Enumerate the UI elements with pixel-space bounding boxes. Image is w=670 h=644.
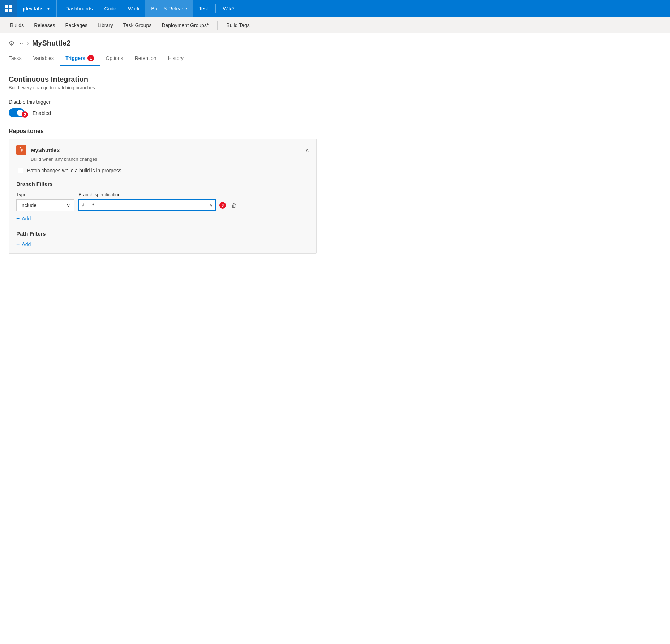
toggle-state-label: Enabled (33, 110, 51, 116)
nav-work[interactable]: Work (122, 0, 145, 17)
breadcrumb-dots[interactable]: ··· (17, 40, 24, 47)
svg-rect-2 (5, 9, 8, 12)
add-branch-plus-icon: + (16, 215, 20, 222)
repositories-title: Repositories (9, 128, 317, 134)
repo-name: MyShuttle2 (31, 147, 301, 153)
repo-header: MyShuttle2 ∧ (16, 145, 309, 155)
branch-filter-delete-button[interactable]: 🗑 (228, 199, 240, 211)
branch-filters-section: Branch Filters Type Include ∨ Branch spe… (16, 181, 309, 222)
svg-rect-1 (9, 5, 12, 8)
repo-collapse-icon[interactable]: ∧ (305, 147, 309, 153)
repositories-section: Repositories MyShuttle2 ∧ Build when any… (9, 128, 317, 254)
subnav-separator (217, 21, 218, 30)
branch-spec-badge: 3 (219, 202, 226, 209)
tab-triggers-badge: 1 (87, 55, 94, 61)
trigger-label: Disable this trigger (9, 99, 317, 105)
org-selector[interactable]: jdev-labs ▼ (17, 0, 57, 17)
subnav-deployment-groups[interactable]: Deployment Groups* (157, 17, 213, 33)
branch-spec-wrap: ⑂ * ∨ (78, 199, 216, 211)
tab-triggers-label: Triggers (65, 55, 85, 61)
ci-section: Continuous Integration Build every chang… (9, 75, 317, 118)
branch-spec-input[interactable]: * (78, 199, 216, 211)
batch-checkbox-row: Batch changes while a build is in progre… (18, 168, 309, 173)
toggle-row: 2 Enabled (9, 108, 317, 118)
type-select-value: Include (20, 202, 36, 208)
repo-git-icon (16, 145, 26, 155)
add-path-filter-link[interactable]: + Add (16, 241, 309, 248)
tab-tasks[interactable]: Tasks (9, 50, 27, 66)
tab-variables-label: Variables (33, 55, 54, 61)
add-branch-label: Add (22, 216, 31, 222)
subnav-task-groups[interactable]: Task Groups (119, 17, 156, 33)
org-dropdown-icon: ▼ (46, 6, 51, 11)
tab-options-label: Options (106, 55, 123, 61)
branch-spec-label: Branch specification (78, 192, 240, 197)
branch-spec-filter-col: Branch specification ⑂ * ∨ 3 (78, 192, 240, 211)
tab-retention[interactable]: Retention (129, 50, 162, 66)
sub-navigation: Builds Releases Packages Library Task Gr… (0, 17, 670, 33)
breadcrumb-project-icon: ⚙ (9, 39, 14, 47)
subnav-build-tags[interactable]: Build Tags (222, 17, 254, 33)
nav-build-release[interactable]: Build & Release (145, 0, 193, 17)
tab-variables[interactable]: Variables (27, 50, 60, 66)
tab-tasks-label: Tasks (9, 55, 22, 61)
branch-filters-title: Branch Filters (16, 181, 309, 187)
svg-rect-3 (9, 9, 12, 12)
batch-checkbox-label: Batch changes while a build is in progre… (27, 168, 121, 173)
tab-retention-label: Retention (135, 55, 156, 61)
type-filter-col: Type Include ∨ (16, 192, 74, 211)
app-logo[interactable] (0, 0, 17, 17)
branch-spec-value: * (91, 202, 94, 208)
toggle-badge: 2 (22, 111, 28, 118)
delete-icon: 🗑 (231, 202, 237, 209)
type-select-chevron-icon: ∨ (66, 202, 70, 208)
tab-triggers[interactable]: Triggers 1 (60, 50, 100, 66)
nav-test[interactable]: Test (193, 0, 214, 17)
breadcrumb: ⚙ ··· › MyShuttle2 (0, 33, 670, 50)
path-filters-section: Path Filters + Add (16, 231, 309, 248)
svg-rect-0 (5, 5, 8, 8)
path-filters-title: Path Filters (16, 231, 309, 237)
subnav-builds[interactable]: Builds (6, 17, 28, 33)
branch-spec-dropdown-icon[interactable]: ∨ (210, 203, 213, 208)
add-branch-filter-link[interactable]: + Add (16, 215, 309, 222)
breadcrumb-chevron-icon: › (27, 40, 29, 47)
ci-title: Continuous Integration (9, 75, 317, 83)
subnav-releases[interactable]: Releases (30, 17, 59, 33)
add-path-label: Add (22, 241, 31, 247)
batch-checkbox[interactable] (18, 168, 23, 173)
nav-divider (215, 4, 216, 13)
add-path-plus-icon: + (16, 241, 20, 248)
filters-row: Type Include ∨ Branch specification ⑂ (16, 192, 309, 211)
tab-history-label: History (168, 55, 184, 61)
nav-code[interactable]: Code (98, 0, 122, 17)
type-label: Type (16, 192, 74, 197)
ci-subtitle: Build every change to matching branches (9, 85, 317, 90)
breadcrumb-page-title: MyShuttle2 (32, 39, 71, 47)
type-select[interactable]: Include ∨ (16, 199, 74, 211)
page-tabs: Tasks Variables Triggers 1 Options Reten… (0, 50, 670, 66)
tab-history[interactable]: History (162, 50, 190, 66)
repo-card: MyShuttle2 ∧ Build when any branch chang… (9, 139, 317, 254)
nav-links: Dashboards Code Work Build & Release Tes… (57, 0, 670, 17)
org-name: jdev-labs (23, 6, 43, 12)
subnav-library[interactable]: Library (93, 17, 117, 33)
nav-wiki[interactable]: Wiki* (217, 0, 240, 17)
top-navigation: jdev-labs ▼ Dashboards Code Work Build &… (0, 0, 670, 17)
subnav-packages[interactable]: Packages (61, 17, 92, 33)
main-content: Continuous Integration Build every chang… (0, 66, 325, 262)
nav-dashboards[interactable]: Dashboards (60, 0, 99, 17)
branch-spec-git-icon: ⑂ (81, 202, 84, 208)
repo-subtitle: Build when any branch changes (31, 156, 309, 162)
tab-options[interactable]: Options (100, 50, 129, 66)
